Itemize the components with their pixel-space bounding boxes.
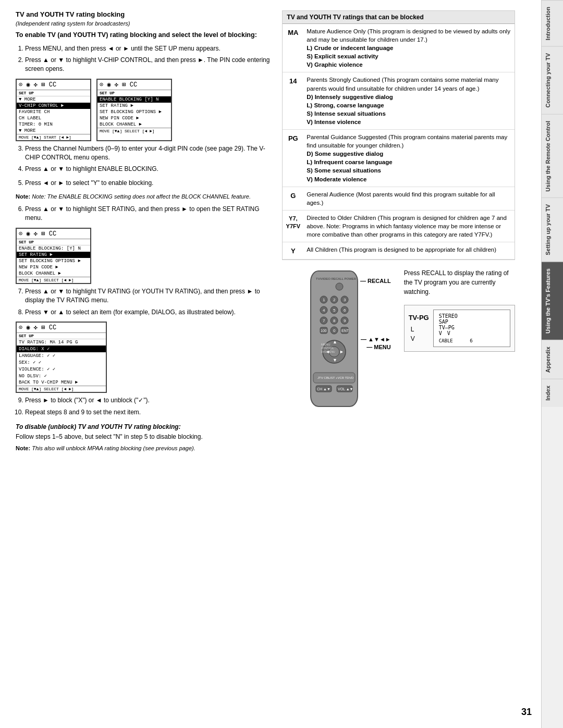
menu-display-1a: ⊙ ◉ ✜ ⊞ CC SET UP ▼ MORE V-CHIP CONTROL … bbox=[16, 79, 91, 141]
rating-code-g: G bbox=[283, 187, 303, 210]
rating-row-pg: PG Parental Guidance Suggested (This pro… bbox=[283, 130, 515, 187]
tvpg-display-box: STEREO SAP TV–PG V V CABLE 6 bbox=[433, 310, 510, 347]
svg-text:CONTROL: CONTROL bbox=[321, 347, 334, 350]
step-8: Press ▼ or ▲ to select an item (for exam… bbox=[25, 308, 272, 317]
steps-list: Press MENU, and then press ◄ or ► until … bbox=[16, 44, 272, 73]
note-2: Note: This also will unblock MPAA rating… bbox=[16, 445, 272, 452]
rating-desc-y7: Directed to Older Children (This program… bbox=[303, 210, 515, 242]
step-6: Press ▲ or ▼ to highlight SET RATING, an… bbox=[25, 205, 272, 223]
svg-text:▲: ▲ bbox=[333, 339, 337, 344]
svg-text:JTV CBLIST +VCR TDVD: JTV CBLIST +VCR TDVD bbox=[317, 376, 354, 379]
menu-display-2: ⊙ ◉ ✜ ⊞ CC SET UP ENABLE BLOCKING: [Y] N… bbox=[16, 228, 91, 284]
disable-text: Follow steps 1–5 above, but select "N" i… bbox=[16, 433, 272, 441]
svg-text:ENT: ENT bbox=[341, 329, 349, 332]
page-number: 31 bbox=[521, 707, 532, 718]
sidebar-tab-remote[interactable]: Using the Remote Control bbox=[542, 114, 564, 198]
svg-text:0: 0 bbox=[333, 328, 336, 333]
rating-table: MA Mature Audience Only (This program is… bbox=[283, 24, 515, 260]
svg-text:CH  ▲▼: CH ▲▼ bbox=[317, 387, 331, 391]
rating-row-g: G General Audience (Most parents would f… bbox=[283, 187, 515, 210]
l-label: L bbox=[411, 326, 429, 333]
recall-label: — RECALL bbox=[360, 278, 391, 284]
svg-text:4: 4 bbox=[323, 308, 325, 313]
tvpg-section: TV-PG L V STEREO SAP TV–PG bbox=[404, 305, 515, 352]
rating-table-wrapper: TV and YOUTH TV ratings that can be bloc… bbox=[282, 10, 515, 260]
svg-text:3: 3 bbox=[344, 298, 346, 302]
step-10: Repeat steps 8 and 9 to set the next ite… bbox=[25, 408, 272, 417]
menu-display-3: ⊙ ◉ ✜ ⊞ CC SET UP TV RATING: MA 14 PG G … bbox=[16, 322, 107, 393]
rating-desc-g: General Audience (Most parents would fin… bbox=[303, 187, 515, 210]
steps-list-2: Press the Channel Numbers (0–9) to enter… bbox=[16, 144, 272, 174]
steps-list-5: Press ▲ or ▼ to highlight TV RATING (or … bbox=[16, 287, 272, 316]
right-column: TV and YOUTH TV ratings that can be bloc… bbox=[282, 10, 515, 456]
step-2: Press ▲ or ▼ to highlight V-CHIP CONTROL… bbox=[25, 56, 272, 73]
svg-text:▼: ▼ bbox=[333, 357, 337, 363]
nav-label: — ▲▼◄► bbox=[361, 336, 391, 342]
section-title: TV and YOUTH TV rating blocking bbox=[16, 10, 272, 18]
tvpg-inner: TV-PG L V STEREO SAP TV–PG bbox=[409, 310, 510, 347]
v-label: V bbox=[411, 335, 429, 342]
rating-desc-ma: Mature Audience Only (This program is de… bbox=[303, 24, 515, 72]
section-subtitle: (Independent rating system for broadcast… bbox=[16, 20, 272, 27]
svg-text:VOL ▲▼: VOL ▲▼ bbox=[338, 387, 353, 391]
step-4: Press ▲ or ▼ to highlight ENABLE BLOCKIN… bbox=[25, 165, 272, 174]
menu-pair-2: ⊙ ◉ ✜ ⊞ CC SET UP ENABLE BLOCKING: [Y] N… bbox=[16, 228, 272, 284]
disable-title: To disable (unblock) TV and YOUTH TV rat… bbox=[16, 423, 272, 430]
rating-row-14: 14 Parents Strongly Cautioned (This prog… bbox=[283, 72, 515, 130]
menu-icons-3: ⊙ ◉ ✜ ⊞ CC bbox=[17, 323, 106, 333]
rating-row-y: Y All Children (This program is designed… bbox=[283, 242, 515, 260]
left-column: TV and YOUTH TV rating blocking (Indepen… bbox=[16, 10, 272, 456]
rating-code-y: Y bbox=[283, 242, 303, 260]
menu-icons-2: ⊙ ◉ ✜ ⊞ CC bbox=[17, 229, 90, 239]
svg-text:9: 9 bbox=[344, 318, 346, 323]
svg-text:8: 8 bbox=[333, 318, 336, 323]
svg-text:MENU: MENU bbox=[321, 343, 331, 346]
rating-row-y7: Y7,Y7FV Directed to Older Children (This… bbox=[283, 210, 515, 242]
step-9: Press ► to block ("X") or ◄ to unblock (… bbox=[25, 396, 272, 405]
rating-desc-y: All Children (This program is designed t… bbox=[303, 242, 515, 260]
disable-section: To disable (unblock) TV and YOUTH TV rat… bbox=[16, 423, 272, 452]
recall-description: Press RECALL to display the rating of th… bbox=[404, 268, 515, 297]
step-3: Press the Channel Numbers (0–9) to enter… bbox=[25, 144, 272, 162]
svg-point-2 bbox=[336, 283, 343, 290]
menu-pair-1: ⊙ ◉ ✜ ⊞ CC SET UP ▼ MORE V-CHIP CONTROL … bbox=[16, 79, 272, 141]
svg-text:5: 5 bbox=[333, 308, 336, 313]
steps-list-3: Press ◄ or ► to select "Y" to enable blo… bbox=[16, 179, 272, 188]
rating-desc-pg: Parental Guidance Suggested (This progra… bbox=[303, 130, 515, 187]
sidebar-tab-setting[interactable]: Setting up your TV bbox=[542, 198, 564, 262]
note-1: Note: Note: The ENABLE BLOCKING setting … bbox=[16, 193, 272, 201]
tvpg-labels: TV-PG L V bbox=[409, 310, 429, 342]
steps-list-4: Press ▲ or ▼ to highlight SET RATING, an… bbox=[16, 205, 272, 223]
menu-icons-1a: ⊙ ◉ ✜ ⊞ CC bbox=[17, 80, 90, 90]
svg-text:DVD MENU: DVD MENU bbox=[321, 350, 335, 353]
svg-text:6: 6 bbox=[344, 308, 346, 313]
steps-list-6: Press ► to block ("X") or ◄ to unblock (… bbox=[16, 396, 272, 417]
svg-text:1: 1 bbox=[323, 298, 325, 302]
svg-text:TV/VIDEO RECALL POWER: TV/VIDEO RECALL POWER bbox=[316, 277, 357, 280]
remote-section: TV/VIDEO RECALL POWER 1 2 3 4 bbox=[282, 268, 515, 416]
tvpg-main-label: TV-PG bbox=[409, 314, 429, 322]
sidebar-tab-introduction[interactable]: Introduction bbox=[542, 0, 564, 46]
menu-label: — MENU bbox=[366, 344, 390, 350]
rating-row-ma: MA Mature Audience Only (This program is… bbox=[283, 24, 515, 72]
sidebar-tab-appendix[interactable]: Appendix bbox=[542, 340, 564, 379]
rating-code-ma: MA bbox=[283, 24, 303, 72]
rating-code-y7: Y7,Y7FV bbox=[283, 210, 303, 242]
step-1: Press MENU, and then press ◄ or ► until … bbox=[25, 44, 272, 53]
svg-text:7: 7 bbox=[323, 318, 325, 323]
rating-code-pg: PG bbox=[283, 130, 303, 187]
step-7: Press ▲ or ▼ to highlight TV RATING (or … bbox=[25, 287, 272, 305]
menu-icons-1b: ⊙ ◉ ✜ ⊞ CC bbox=[97, 80, 171, 90]
sidebar-tab-features[interactable]: Using the TV's Features bbox=[542, 262, 564, 340]
menu-display-1b: ⊙ ◉ ✜ ⊞ CC SET UP ENABLE BLOCKING [Y] N … bbox=[96, 79, 172, 141]
rating-desc-14: Parents Strongly Cautioned (This program… bbox=[303, 72, 515, 130]
sidebar: Introduction Connecting your TV Using th… bbox=[541, 0, 563, 728]
tvpg-box-area: STEREO SAP TV–PG V V CABLE 6 bbox=[433, 310, 510, 347]
svg-text:►: ► bbox=[339, 349, 344, 354]
menu-pair-3: ⊙ ◉ ✜ ⊞ CC SET UP TV RATING: MA 14 PG G … bbox=[16, 322, 272, 393]
rating-code-14: 14 bbox=[283, 72, 303, 130]
sidebar-tab-connecting[interactable]: Connecting your TV bbox=[542, 46, 564, 114]
sidebar-tab-index[interactable]: Index bbox=[542, 379, 564, 407]
svg-text:2: 2 bbox=[333, 298, 336, 302]
svg-text:100: 100 bbox=[321, 329, 327, 332]
